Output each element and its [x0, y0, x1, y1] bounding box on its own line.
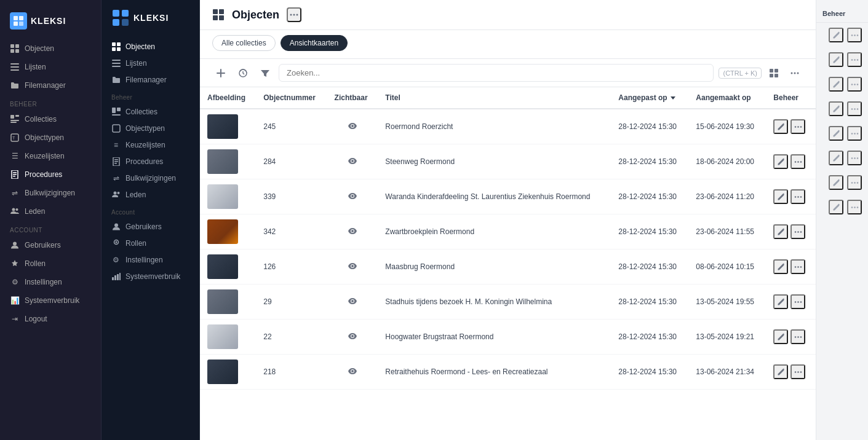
cell-zichtbaar[interactable]: [327, 214, 378, 249]
more-button[interactable]: [790, 189, 805, 204]
more-button[interactable]: [790, 329, 805, 344]
left-nav-lijsten[interactable]: Lijsten: [106, 55, 194, 71]
sidebar-item-gebruikers[interactable]: Gebruikers: [5, 236, 96, 254]
more-button[interactable]: [790, 119, 805, 134]
right-edit-button[interactable]: [829, 151, 843, 165]
sidebar-item-instellingen[interactable]: ⚙ Instellingen: [5, 273, 96, 291]
right-edit-button[interactable]: [829, 52, 843, 67]
search-input[interactable]: [279, 64, 714, 82]
table-more-button[interactable]: [786, 65, 803, 82]
right-more-button[interactable]: [847, 52, 862, 67]
cell-zichtbaar[interactable]: [327, 355, 378, 390]
view-toggle-button[interactable]: [765, 65, 782, 82]
cell-zichtbaar[interactable]: [327, 320, 378, 355]
cell-zichtbaar[interactable]: [327, 179, 378, 214]
edit-button[interactable]: [773, 119, 788, 134]
left-nav-rollen[interactable]: Rollen: [106, 235, 194, 251]
left-nav-rollen-label: Rollen: [125, 239, 146, 248]
visibility-icon[interactable]: [348, 228, 357, 238]
sidebar-item-rollen[interactable]: Rollen: [5, 254, 96, 273]
more-button[interactable]: [790, 154, 805, 169]
edit-button[interactable]: [773, 364, 788, 379]
right-edit-button[interactable]: [829, 126, 843, 141]
sidebar-item-lijsten[interactable]: Lijsten: [5, 58, 96, 76]
visibility-icon[interactable]: [348, 368, 357, 378]
visibility-icon[interactable]: [348, 123, 357, 133]
header-more-button[interactable]: [287, 7, 301, 22]
visibility-icon[interactable]: [348, 333, 357, 343]
svg-point-78: [800, 231, 802, 233]
sidebar-item-collecties[interactable]: Collecties: [5, 110, 96, 128]
cell-titel: Retraithehuis Roermond - Lees- en Recrea…: [378, 355, 611, 390]
thumbnail-image: [207, 324, 238, 349]
visibility-icon[interactable]: [348, 193, 357, 203]
right-more-button[interactable]: [847, 101, 862, 116]
filter-button[interactable]: [257, 65, 274, 82]
more-button[interactable]: [790, 364, 805, 379]
history-button[interactable]: [234, 65, 252, 82]
sidebar-item-bulkwijzigingen[interactable]: ⇌ Bulkwijzigingen: [5, 184, 96, 202]
left-beheer-label: Beheer: [106, 88, 194, 103]
left-nav-gebruikers[interactable]: Gebruikers: [106, 218, 194, 235]
left-nav-objecttypen[interactable]: Objecttypen: [106, 120, 194, 136]
right-edit-button[interactable]: [829, 200, 843, 214]
right-more-button[interactable]: [847, 200, 862, 214]
filter-alle-collecties[interactable]: Alle collecties: [212, 35, 276, 51]
sidebar-item-objecten[interactable]: Objecten: [5, 39, 96, 58]
edit-button[interactable]: [773, 154, 788, 169]
cell-zichtbaar[interactable]: [327, 109, 378, 144]
add-button[interactable]: [212, 65, 229, 82]
edit-button[interactable]: [773, 224, 788, 239]
sidebar-item-filemanager[interactable]: Filemanager: [5, 76, 96, 95]
visibility-icon[interactable]: [348, 158, 357, 168]
right-edit-button[interactable]: [829, 77, 843, 92]
cell-thumbnail: [200, 214, 256, 249]
right-more-button[interactable]: [847, 175, 862, 190]
cell-aangemaakt-op: 23-06-2024 11:55: [688, 214, 766, 249]
right-edit-button[interactable]: [829, 175, 843, 190]
edit-button[interactable]: [773, 259, 788, 274]
right-more-button[interactable]: [847, 77, 862, 92]
left-nav-filemanager[interactable]: Filemanager: [106, 71, 194, 88]
row-actions: [773, 364, 808, 379]
left-nav-leden[interactable]: Leden: [106, 186, 194, 203]
more-button[interactable]: [790, 259, 805, 274]
left-nav-procedures-label: Procedures: [125, 157, 163, 166]
edit-button[interactable]: [773, 329, 788, 344]
edit-button[interactable]: [773, 294, 788, 309]
cell-zichtbaar[interactable]: [327, 144, 378, 179]
left-nav-collecties[interactable]: Collecties: [106, 103, 194, 120]
visibility-icon[interactable]: [348, 298, 357, 308]
more-button[interactable]: [790, 294, 805, 309]
svg-rect-31: [117, 47, 121, 51]
left-nav-procedures[interactable]: Procedures: [106, 153, 194, 170]
more-button[interactable]: [790, 224, 805, 239]
left-nav-bulkwijzigingen[interactable]: ⇌ Bulkwijzigingen: [106, 170, 194, 186]
left-procedures-icon: [111, 157, 121, 166]
cell-zichtbaar[interactable]: [327, 249, 378, 285]
right-more-button[interactable]: [847, 28, 862, 42]
visibility-icon[interactable]: [348, 263, 357, 273]
right-edit-button[interactable]: [829, 28, 843, 42]
col-objectnummer[interactable]: Objectnummer: [256, 87, 327, 109]
left-nav-objecten[interactable]: Objecten: [106, 38, 194, 55]
left-nav-keuzelijsten[interactable]: ≡ Keuzelijsten: [106, 136, 194, 153]
sidebar-item-procedures[interactable]: Procedures: [5, 165, 96, 184]
sidebar-item-logout[interactable]: ⇥ Logout: [5, 310, 96, 328]
col-aangepast-op[interactable]: Aangepast op: [611, 87, 688, 108]
sidebar-item-systeemverbruik[interactable]: 📊 Systeemverbruik: [5, 291, 96, 310]
sidebar-item-objecttypen[interactable]: T Objecttypen: [5, 128, 96, 147]
right-more-button[interactable]: [847, 126, 862, 141]
left-nav-systeemverbruik[interactable]: Systeemverbruik: [106, 268, 194, 285]
sidebar-item-leden[interactable]: Leden: [5, 202, 96, 221]
filter-ansichtkaarten[interactable]: Ansichtkaarten: [281, 35, 348, 51]
systeem-icon: 📊: [10, 296, 20, 305]
left-nav-instellingen[interactable]: ⚙ Instellingen: [106, 251, 194, 268]
cell-zichtbaar[interactable]: [327, 285, 378, 320]
sidebar-item-collecties-label: Collecties: [25, 115, 57, 124]
edit-button[interactable]: [773, 189, 788, 204]
sidebar-item-keuzelijsten[interactable]: ☰ Keuzelijsten: [5, 147, 96, 165]
right-edit-button[interactable]: [829, 101, 843, 116]
svg-point-64: [791, 72, 793, 74]
right-more-button[interactable]: [847, 151, 862, 165]
